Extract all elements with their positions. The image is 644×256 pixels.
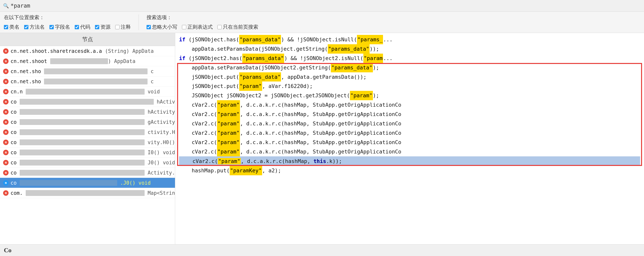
- results-list[interactable]: m cn.net.shoot.sharetracesdk.a.a (String…: [0, 46, 175, 244]
- string-highlight: "param": [217, 109, 240, 119]
- blurred-text: [26, 89, 144, 95]
- checkbox-classname[interactable]: 类名: [4, 24, 20, 30]
- method-sig: Activity.H0() void: [144, 170, 175, 176]
- method-sig: c: [148, 79, 154, 84]
- table-row[interactable]: m co ctivity.H0() void: [0, 127, 175, 137]
- checkbox-ignore-case[interactable]: 忽略大小写: [146, 24, 177, 30]
- string-highlight: "params_: [357, 35, 383, 44]
- method-sig: .J0() void: [117, 180, 151, 186]
- bottom-bar: Co: [0, 244, 644, 256]
- method-icon: m: [3, 89, 8, 94]
- vertical-divider: [138, 15, 139, 30]
- method-icon: m: [3, 69, 8, 74]
- checkbox-methodname[interactable]: 方法名: [24, 24, 45, 30]
- table-row[interactable]: m co gActivity.H0() void: [0, 117, 175, 127]
- method-icon: m: [3, 160, 8, 165]
- class-name: cn.net.sho: [10, 68, 44, 74]
- table-row[interactable]: m cn.net.shoot ) AppData: [0, 56, 175, 66]
- class-name: co: [10, 109, 20, 115]
- string-highlight: "params_data": [242, 54, 284, 63]
- code-line: cVar2.c("param", d.c.a.k.r.c(hashMap, St…: [179, 109, 640, 119]
- class-name: com.: [10, 190, 26, 196]
- string-highlight: "params_data": [239, 72, 281, 82]
- method-icon: m: [3, 119, 8, 125]
- method-icon: m: [3, 180, 8, 186]
- string-highlight: "param": [217, 100, 240, 109]
- string-highlight: "param": [217, 128, 240, 138]
- blurred-text: [20, 160, 144, 166]
- table-row[interactable]: m com. a Map<String, String>, String) St…: [0, 188, 175, 198]
- code-area[interactable]: if (jSONObject.has("params_data") && !jS…: [175, 33, 644, 244]
- blurred-text: [20, 129, 144, 135]
- code-line: appData.setParamsData(jSONObject2.getStr…: [179, 63, 640, 72]
- class-name: cn.net.shoot.sharetracesdk.a.a: [10, 48, 105, 54]
- method-sig: hActivity, a) void: [154, 99, 175, 105]
- table-row[interactable]: m co hActivity, String) void: [0, 107, 175, 117]
- panel-header: 节点: [0, 33, 175, 46]
- blurred-text: [20, 119, 144, 125]
- search-options-group: 搜索选项： 忽略大小写 正则表达式 只在当前页搜索: [146, 14, 258, 30]
- code-line: if (jSONObject2.has("params_data") && !j…: [179, 54, 640, 63]
- string-highlight: "params_data": [328, 44, 370, 54]
- table-row[interactable]: m co hActivity, a) void: [0, 97, 175, 107]
- class-name: co: [10, 140, 20, 145]
- code-line: cVar2.c("param", d.c.a.k.r.c(hashMap, St…: [179, 138, 640, 147]
- string-highlight: "param": [217, 119, 240, 128]
- class-name: co: [10, 129, 20, 135]
- table-row[interactable]: m cn.net.sho c: [0, 66, 175, 76]
- blurred-text: [44, 79, 148, 84]
- blurred-text: [20, 99, 154, 105]
- method-sig: vity.H0() void: [144, 140, 175, 145]
- method-sig: hActivity, String) void: [144, 109, 175, 115]
- blurred-text: [20, 140, 144, 145]
- blurred-text: [20, 170, 144, 176]
- search-in-label: 在以下位置搜索：: [4, 14, 131, 21]
- code-line: if (jSONObject.has("params_data") && !jS…: [179, 35, 640, 44]
- table-row[interactable]: m co I0() void: [0, 147, 175, 158]
- table-row[interactable]: m cn.net.sho c: [0, 76, 175, 87]
- method-sig: void: [144, 89, 160, 95]
- string-highlight: "param": [239, 81, 262, 91]
- class-name: cn.n: [10, 89, 26, 95]
- search-icon: 🔍: [3, 3, 9, 9]
- method-icon: m: [3, 59, 8, 64]
- window-title: *param: [10, 3, 30, 9]
- code-line: appData.setParamsData(jSONObject.getStri…: [179, 44, 640, 54]
- checkbox-current-page[interactable]: 只在当前页搜索: [218, 24, 258, 30]
- method-icon: m: [3, 170, 8, 176]
- red-box-region: appData.setParamsData(jSONObject2.getStr…: [179, 63, 640, 166]
- code-line: jSONObject.put("param", aVar.f16220d);: [179, 81, 640, 91]
- method-sig: (String) AppData: [105, 48, 154, 54]
- blurred-text: [20, 109, 144, 115]
- table-row[interactable]: m cn.net.shoot.sharetracesdk.a.a (String…: [0, 46, 175, 56]
- table-row[interactable]: m co J0() void: [0, 158, 175, 168]
- table-row[interactable]: m co Activity.H0() void: [0, 168, 175, 178]
- method-icon: m: [3, 79, 8, 84]
- checkbox-regex[interactable]: 正则表达式: [182, 24, 213, 30]
- table-row[interactable]: m cn.n void: [0, 87, 175, 97]
- method-sig: ) AppData: [108, 58, 136, 64]
- code-line: cVar2.c("param", d.c.a.k.r.c(hashMap, St…: [179, 119, 640, 128]
- co-label: Co: [4, 247, 12, 254]
- checkbox-comment[interactable]: 注释: [115, 24, 131, 30]
- blurred-text: [20, 150, 144, 155]
- class-name: co: [10, 180, 20, 186]
- search-location-group: 在以下位置搜索： 类名 方法名 字段名 代码 资源 注释: [4, 14, 131, 30]
- string-highlight: "params_data": [239, 35, 281, 44]
- class-name: cn.net.shoot: [10, 58, 50, 64]
- code-line: cVar2.c("param", d.c.a.k.r.c(hashMap, St…: [179, 128, 640, 138]
- method-sig: J0() void: [144, 160, 175, 166]
- method-sig: c: [148, 68, 154, 74]
- table-row[interactable]: m co vity.H0() void: [0, 137, 175, 147]
- selected-code-line: cVar2.c("param", d.c.a.k.r.c(hashMap, th…: [179, 156, 640, 166]
- string-highlight: "paramKey": [230, 166, 262, 175]
- code-line: jSONObject.put("params_data", appData.ge…: [179, 72, 640, 82]
- checkbox-fieldname[interactable]: 字段名: [50, 24, 70, 30]
- blurred-text: [20, 180, 117, 186]
- method-icon: m: [3, 109, 8, 115]
- table-row-selected[interactable]: m co .J0() void: [0, 178, 175, 188]
- class-name: co: [10, 160, 20, 166]
- checkbox-resource[interactable]: 资源: [95, 24, 110, 30]
- class-name: co: [10, 170, 20, 176]
- checkbox-code[interactable]: 代码: [75, 24, 90, 30]
